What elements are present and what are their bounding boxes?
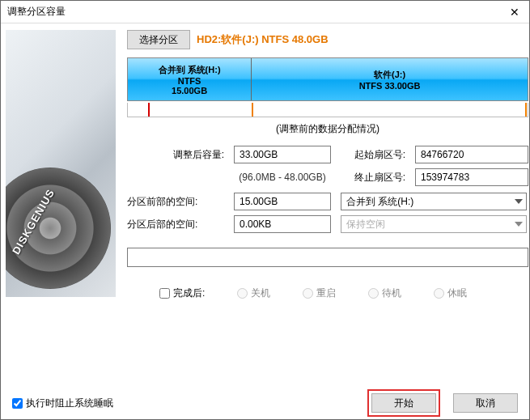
after-complete-options: 完成后: 关机 重启 待机 休眠 <box>127 286 528 300</box>
input-after-size[interactable] <box>234 146 331 163</box>
partition-bar-target[interactable]: 软件(J:) NTFS 33.00GB <box>252 58 528 100</box>
partition-bar[interactable]: 合并到 系统(H:) NTFS 15.00GB 软件(J:) NTFS 33.0… <box>127 57 528 101</box>
label-space-after: 分区后部的空间: <box>127 218 224 231</box>
close-icon[interactable]: ✕ <box>507 6 523 19</box>
input-space-before[interactable] <box>234 193 331 210</box>
radio-shutdown <box>237 288 248 299</box>
select-partition-button[interactable]: 选择分区 <box>127 30 190 49</box>
label-hibernate: 休眠 <box>447 286 467 300</box>
progress-bar <box>127 248 528 267</box>
label-on-complete: 完成后: <box>173 286 205 300</box>
brand-graphic: DISKGENIUS <box>6 30 116 297</box>
titlebar: 调整分区容量 ✕ <box>1 1 529 23</box>
start-highlight: 开始 <box>367 389 440 417</box>
label-start-sector: 起始扇区号: <box>341 148 405 162</box>
input-space-after[interactable] <box>234 215 331 233</box>
select-keep-free[interactable]: 保持空闲 <box>341 215 527 233</box>
label-end-sector: 终止扇区号: <box>341 171 405 185</box>
range-hint: (96.0MB - 48.00GB) <box>234 172 331 183</box>
label-reboot: 重启 <box>316 286 336 300</box>
input-start-sector[interactable] <box>415 146 528 163</box>
label-standby: 待机 <box>382 286 401 300</box>
label-shutdown: 关机 <box>251 286 270 300</box>
label-space-before: 分区前部的空间: <box>127 195 224 209</box>
partition-bar-merge[interactable]: 合并到 系统(H:) NTFS 15.00GB <box>128 58 252 100</box>
input-end-sector[interactable] <box>415 168 528 186</box>
label-prevent-sleep: 执行时阻止系统睡眠 <box>26 397 113 410</box>
window-title: 调整分区容量 <box>7 5 66 19</box>
partition-info: HD2:软件(J:) NTFS 48.0GB <box>197 32 329 47</box>
radio-hibernate <box>434 288 444 299</box>
content-area: DISKGENIUS 选择分区 HD2:软件(J:) NTFS 48.0GB 合… <box>1 23 529 387</box>
select-merge-target[interactable]: 合并到 系统(H:) <box>341 193 527 210</box>
label-after-size: 调整后容量: <box>127 148 224 162</box>
status-caption: (调整前的数据分配情况) <box>127 122 528 136</box>
radio-reboot <box>303 288 313 299</box>
checkbox-on-complete[interactable] <box>159 288 170 299</box>
footer: 执行时阻止系统睡眠 开始 取消 <box>1 387 529 419</box>
cancel-button[interactable]: 取消 <box>453 393 518 413</box>
start-button[interactable]: 开始 <box>371 393 436 413</box>
partition-ruler <box>127 103 528 117</box>
radio-standby <box>368 288 379 299</box>
sidebar: DISKGENIUS <box>1 23 121 387</box>
main-panel: 选择分区 HD2:软件(J:) NTFS 48.0GB 合并到 系统(H:) N… <box>121 23 530 387</box>
checkbox-prevent-sleep[interactable] <box>12 398 23 409</box>
